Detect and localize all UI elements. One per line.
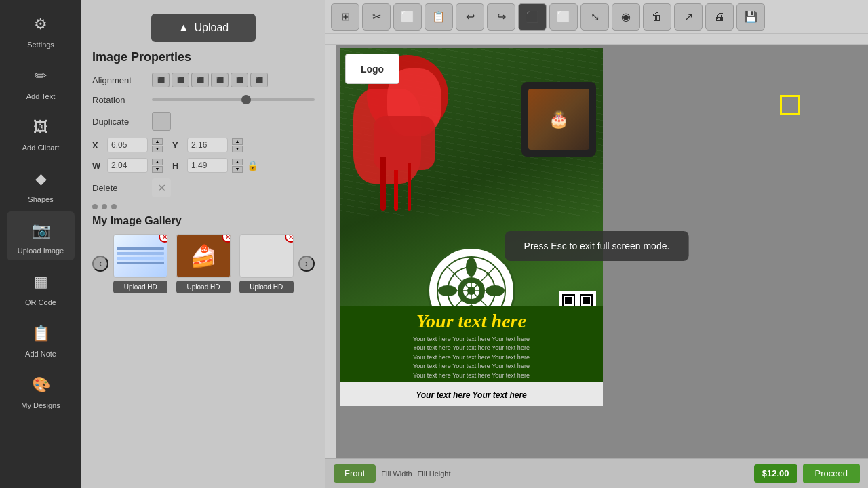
main-canvas-text: Your text here bbox=[345, 310, 597, 332]
paste-button[interactable]: 📋 bbox=[425, 3, 453, 30]
y-up-arrow[interactable]: ▲ bbox=[232, 138, 243, 145]
body-text-1: Your text here Your text here Your text … bbox=[345, 335, 597, 344]
print-button[interactable]: 🖨 bbox=[705, 3, 734, 30]
sidebar-item-my-designs[interactable]: 🎨 My Designs bbox=[7, 366, 75, 415]
product-thumb-image: 🎂 bbox=[528, 89, 589, 150]
h-down-arrow[interactable]: ▼ bbox=[232, 166, 243, 173]
text-area: Your text here Your text here Your text … bbox=[340, 306, 603, 407]
shapes-icon: ◆ bbox=[27, 165, 54, 192]
resize-button[interactable]: ⤡ bbox=[580, 3, 609, 30]
rotation-row: Rotation bbox=[92, 94, 315, 105]
fill-width-text: Fill Width bbox=[381, 470, 412, 478]
gallery-remove-2[interactable]: ✕ bbox=[222, 234, 231, 243]
delete-tool-button[interactable]: 🗑 bbox=[643, 3, 671, 30]
lock-icon[interactable]: 🔒 bbox=[247, 160, 258, 171]
redo-button[interactable]: ↪ bbox=[487, 3, 515, 30]
upload-hd-button-2[interactable]: Upload HD bbox=[176, 281, 231, 293]
gallery-item-3: ✕ Upload HD bbox=[237, 234, 296, 293]
sidebar-item-settings-label: Settings bbox=[27, 41, 54, 49]
alignment-buttons: ⬛ ⬛ ⬛ ⬛ ⬛ ⬛ bbox=[152, 73, 268, 87]
sidebar-item-add-clipart-label: Add Clipart bbox=[22, 144, 59, 152]
y-down-arrow[interactable]: ▼ bbox=[232, 146, 243, 152]
price-badge: $12.00 bbox=[754, 464, 797, 483]
canvas-inner: Logo 🎂 bbox=[340, 48, 603, 406]
preview-button[interactable]: ◉ bbox=[612, 3, 640, 30]
sidebar-item-settings[interactable]: ⚙ Settings bbox=[7, 5, 75, 54]
align-bottom-right[interactable]: ⬛ bbox=[250, 73, 268, 87]
upload-hd-button-1[interactable]: Upload HD bbox=[113, 281, 167, 293]
sidebar-item-add-text[interactable]: ✏ Add Text bbox=[7, 57, 75, 106]
upload-button[interactable]: ▲ Upload bbox=[151, 14, 256, 42]
svg-point-11 bbox=[438, 285, 457, 296]
canvas-area: Logo 🎂 bbox=[326, 34, 868, 458]
align-middle[interactable]: ⬛ bbox=[211, 73, 229, 87]
w-label: W bbox=[92, 161, 103, 171]
add-text-icon: ✏ bbox=[27, 62, 54, 89]
share-button[interactable]: ↗ bbox=[674, 3, 703, 30]
duplicate-row: Duplicate bbox=[92, 112, 315, 131]
x-input[interactable]: 6.05 bbox=[107, 138, 148, 152]
w-down-arrow[interactable]: ▼ bbox=[152, 166, 163, 173]
grid-button[interactable]: ⊞ bbox=[331, 3, 359, 30]
sidebar-item-add-clipart[interactable]: 🖼 Add Clipart bbox=[7, 108, 75, 157]
settings-icon: ⚙ bbox=[27, 11, 54, 38]
design-canvas[interactable]: Logo 🎂 bbox=[339, 47, 604, 407]
dot-3 bbox=[111, 204, 117, 209]
cut-button[interactable]: ✂ bbox=[362, 3, 391, 30]
fullscreen-message: Press Esc to exit full screen mode. bbox=[505, 231, 689, 261]
thumb-line-1-4 bbox=[117, 262, 164, 264]
gallery-items: ✕ Upload HD ✕ 🍰 bbox=[111, 234, 296, 293]
copy-button[interactable]: ⬜ bbox=[393, 3, 422, 30]
rotation-thumb[interactable] bbox=[241, 95, 251, 104]
sidebar-item-shapes[interactable]: ◆ Shapes bbox=[7, 160, 75, 209]
sidebar-item-my-designs-label: My Designs bbox=[21, 401, 60, 409]
bring-front-button[interactable]: ⬛ bbox=[518, 3, 547, 30]
x-up-arrow[interactable]: ▲ bbox=[152, 138, 163, 145]
x-down-arrow[interactable]: ▼ bbox=[152, 146, 163, 152]
main-text-area: Your text here bbox=[340, 306, 603, 333]
duplicate-box[interactable] bbox=[152, 112, 171, 131]
svg-point-12 bbox=[486, 285, 505, 296]
h-input[interactable]: 1.49 bbox=[187, 158, 228, 173]
panel-content: Image Properties Alignment ⬛ ⬛ ⬛ ⬛ ⬛ ⬛ R… bbox=[81, 50, 326, 488]
upload-button-label: Upload bbox=[195, 22, 229, 34]
sidebar-item-add-note[interactable]: 📋 Add Note bbox=[7, 314, 75, 363]
undo-button[interactable]: ↩ bbox=[456, 3, 484, 30]
alignment-label: Alignment bbox=[92, 75, 146, 85]
qr-code-icon: ▦ bbox=[27, 268, 54, 296]
proceed-button[interactable]: Proceed bbox=[803, 464, 860, 483]
front-tab-button[interactable]: Front bbox=[334, 464, 376, 483]
delete-row: Delete ✕ bbox=[92, 178, 315, 197]
gallery-remove-3[interactable]: ✕ bbox=[285, 234, 294, 243]
delete-button[interactable]: ✕ bbox=[152, 178, 171, 197]
gallery-thumb-3: ✕ bbox=[239, 234, 294, 278]
body-text-2: Your text here Your text here Your text … bbox=[345, 344, 597, 353]
body-text-5: Your text here Your text here Your text … bbox=[345, 371, 597, 381]
h-up-arrow[interactable]: ▲ bbox=[232, 159, 243, 165]
gallery-next-button[interactable]: › bbox=[298, 256, 315, 272]
w-up-arrow[interactable]: ▲ bbox=[152, 159, 163, 165]
w-input[interactable]: 2.04 bbox=[107, 158, 148, 173]
y-input[interactable]: 2.16 bbox=[187, 138, 228, 152]
overlay-text: Press Esc to exit full screen mode. bbox=[524, 241, 670, 251]
save-button[interactable]: 💾 bbox=[736, 3, 765, 30]
upload-hd-button-3[interactable]: Upload HD bbox=[239, 281, 294, 293]
gallery-prev-button[interactable]: ‹ bbox=[92, 256, 108, 272]
sidebar-item-qr-code[interactable]: ▦ QR Code bbox=[7, 263, 75, 312]
align-bottom-center[interactable]: ⬛ bbox=[231, 73, 248, 87]
sidebar-item-upload-image[interactable]: 📷 Upload Image bbox=[7, 211, 75, 260]
product-thumbnail[interactable]: 🎂 bbox=[521, 82, 596, 157]
dot-1 bbox=[92, 204, 98, 209]
logo-box: Logo bbox=[345, 54, 399, 84]
align-top-left[interactable]: ⬛ bbox=[152, 73, 170, 87]
dot-2 bbox=[102, 204, 107, 209]
gallery-item-2: ✕ 🍰 Upload HD bbox=[174, 234, 233, 293]
align-top-center[interactable]: ⬛ bbox=[172, 73, 189, 87]
thumb-lines-1 bbox=[114, 235, 167, 277]
logo-text: Logo bbox=[361, 64, 384, 75]
send-back-button[interactable]: ⬜ bbox=[549, 3, 578, 30]
align-top-right[interactable]: ⬛ bbox=[191, 73, 209, 87]
clipart-icon: 🖼 bbox=[27, 114, 54, 141]
alignment-row: Alignment ⬛ ⬛ ⬛ ⬛ ⬛ ⬛ bbox=[92, 73, 315, 87]
bottom-right: $12.00 Proceed bbox=[754, 464, 860, 483]
